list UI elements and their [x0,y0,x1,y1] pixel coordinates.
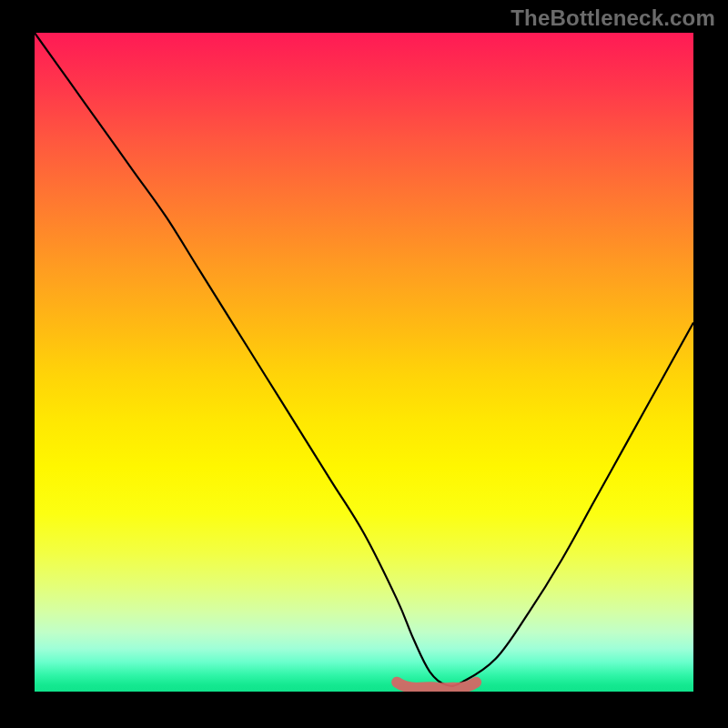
plot-area [35,33,693,692]
optimal-range-marker [397,682,476,689]
curve-svg [35,33,693,692]
watermark-text: TheBottleneck.com [511,5,715,31]
bottleneck-curve [35,33,693,686]
chart-frame: TheBottleneck.com [0,0,728,728]
